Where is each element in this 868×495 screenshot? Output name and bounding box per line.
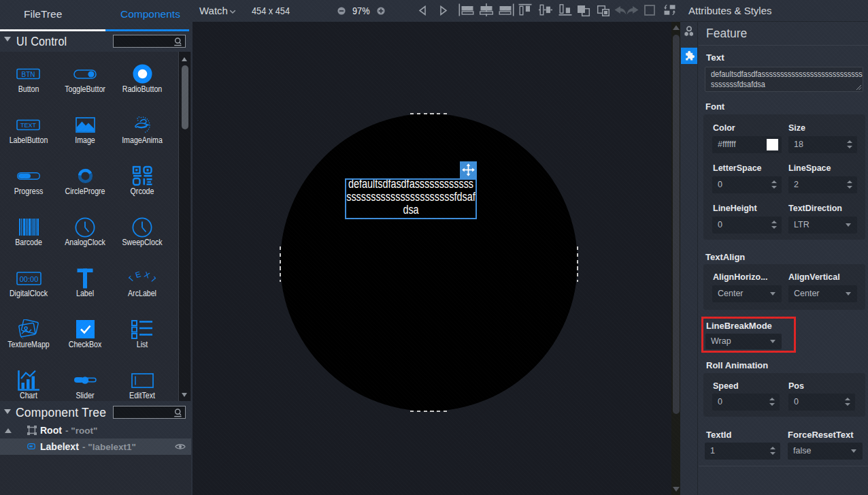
- svg-text:BTN: BTN: [22, 71, 35, 78]
- svg-text:00:00: 00:00: [19, 274, 38, 283]
- svg-text:T E X T: T E X T: [129, 271, 156, 284]
- svg-text:TEXT: TEXT: [20, 122, 37, 129]
